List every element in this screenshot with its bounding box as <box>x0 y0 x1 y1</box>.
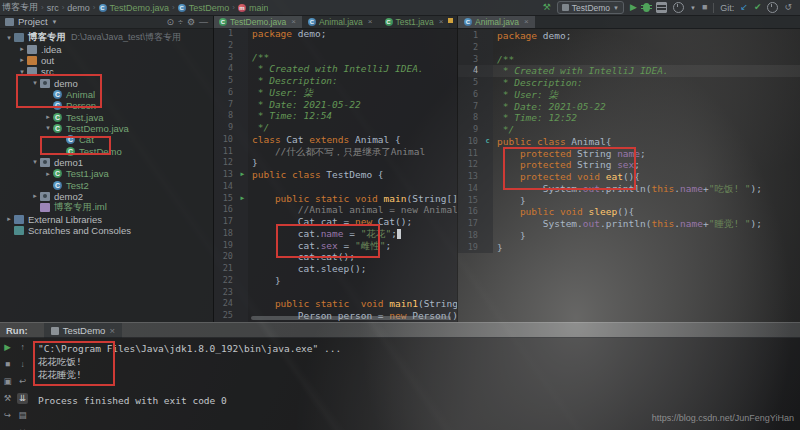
print-button[interactable]: ▤ <box>17 410 28 421</box>
project-chevron-down-icon[interactable]: ▼ <box>52 19 58 25</box>
build-hammer-icon[interactable]: ⚒ <box>543 2 551 13</box>
code-line-8[interactable]: 8 * Time: 12:52 <box>458 112 800 124</box>
revert-button[interactable]: ↺ <box>784 2 792 13</box>
code-line-20[interactable]: 20 cat.eat(); <box>213 251 457 263</box>
code-line-2[interactable]: 2 <box>458 42 800 54</box>
git-commit-button[interactable]: ✔ <box>754 2 762 13</box>
tree-item-demo1[interactable]: ▾demo1 <box>0 157 213 168</box>
code-line-17[interactable]: 17 System.out.println(this.name+"睡觉! "); <box>458 218 800 230</box>
code-line-10[interactable]: 10cpublic class Animal{ <box>458 136 800 148</box>
run-config-select[interactable]: TestDemo ▼ <box>557 1 624 14</box>
soft-wrap-button[interactable]: ↩ <box>17 376 28 387</box>
code-line-9[interactable]: 9 */ <box>458 124 800 136</box>
up-button[interactable]: ↑ <box>17 342 28 353</box>
class-gutter-icon[interactable]: c <box>482 136 493 148</box>
code-line-16[interactable]: 16 public void sleep(){ <box>458 206 800 218</box>
expander-down-icon[interactable]: ▾ <box>17 68 27 76</box>
settings-gear-icon[interactable]: ⚙ <box>187 17 195 27</box>
code-line-24[interactable]: 24 public static void main1(String[] arg… <box>213 298 457 310</box>
locate-icon[interactable]: ⊙ <box>166 17 174 27</box>
coverage-button[interactable] <box>656 2 667 13</box>
horizontal-scrollbar[interactable] <box>251 316 451 320</box>
breadcrumb-item-博客专用[interactable]: 博客专用 <box>2 1 38 14</box>
scroll-end-button[interactable]: ⇊ <box>17 393 28 404</box>
run-tab[interactable]: TestDemo × <box>44 323 122 338</box>
tree-item-test-java[interactable]: ▸CTest.java <box>0 111 213 122</box>
tree-item-testdemo-java[interactable]: ▾CTestDemo.java <box>0 123 213 134</box>
profiler-chevron-icon[interactable]: ▼ <box>690 5 696 11</box>
tab-animal-java[interactable]: CAnimal.java× <box>458 15 535 28</box>
tree-item-cat[interactable]: CCat <box>0 134 213 145</box>
editor-left-code[interactable]: 1package demo;23/**4 * Created with Inte… <box>213 28 457 322</box>
debug-button[interactable] <box>643 3 650 12</box>
code-line-12[interactable]: 12} <box>213 157 457 169</box>
code-line-7[interactable]: 7 * Date: 2021-05-22 <box>213 99 457 111</box>
tree-item-src[interactable]: ▾src <box>0 66 213 77</box>
code-line-13[interactable]: 13▶public class TestDemo { <box>213 169 457 181</box>
breadcrumb-item-testdemo-java[interactable]: CTestDemo.java <box>99 3 170 13</box>
tree-item-out[interactable]: ▸out <box>0 55 213 66</box>
code-line-14[interactable]: 14 System.out.println(this.name+"吃饭! "); <box>458 183 800 195</box>
code-line-17[interactable]: 17 Cat cat = new Cat(); <box>213 216 457 228</box>
code-line-1[interactable]: 1package demo; <box>458 30 800 42</box>
run-gutter-icon[interactable]: ▶ <box>237 193 248 205</box>
tree-item-test2[interactable]: CTest2 <box>0 179 213 190</box>
code-line-8[interactable]: 8 * Time: 12:54 <box>213 110 457 122</box>
code-line-3[interactable]: 3/** <box>458 54 800 66</box>
collapse-all-icon[interactable]: ÷ <box>178 17 183 27</box>
hide-panel-icon[interactable]: — <box>199 17 208 27</box>
expander-right-icon[interactable]: ▸ <box>17 56 27 64</box>
tree-item-external-libraries[interactable]: ▸External Libraries <box>0 214 213 225</box>
build-button[interactable]: ⚒ <box>2 393 13 404</box>
tree-item-demo[interactable]: ▾demo <box>0 77 213 88</box>
close-icon[interactable]: × <box>291 17 296 26</box>
code-line-9[interactable]: 9 */ <box>213 122 457 134</box>
run-button[interactable]: ▶ <box>630 2 637 13</box>
tree-item-博客专用[interactable]: ▾博客专用D:\Java\Java_test\博客专用 <box>0 32 213 43</box>
expander-right-icon[interactable]: ▸ <box>43 170 53 178</box>
git-update-button[interactable]: ↙ <box>740 2 748 13</box>
close-icon[interactable]: × <box>439 17 444 26</box>
code-line-19[interactable]: 19 cat.sex = "雌性"; <box>213 240 457 252</box>
breadcrumb-item-demo[interactable]: demo <box>67 3 90 13</box>
code-line-18[interactable]: 18 } <box>458 230 800 242</box>
code-line-2[interactable]: 2 <box>213 40 457 52</box>
code-line-5[interactable]: 5 * Description: <box>213 75 457 87</box>
code-line-7[interactable]: 7 * Date: 2021-05-22 <box>458 101 800 113</box>
code-line-6[interactable]: 6 * User: 柒 <box>213 87 457 99</box>
expander-right-icon[interactable]: ▸ <box>17 45 27 53</box>
code-line-11[interactable]: 11 protected String name; <box>458 148 800 160</box>
expander-down-icon[interactable]: ▾ <box>30 158 40 166</box>
code-line-19[interactable]: 19} <box>458 242 800 254</box>
tree-item-test1-java[interactable]: ▸CTest1.java <box>0 168 213 179</box>
breadcrumb-item-testdemo[interactable]: CTestDemo <box>178 3 230 13</box>
code-line-16[interactable]: 16 //Animal animal = new Animal(); <box>213 204 457 216</box>
down-button[interactable]: ↓ <box>17 359 28 370</box>
code-line-14[interactable]: 14 <box>213 181 457 193</box>
expander-down-icon[interactable]: ▾ <box>43 124 53 132</box>
code-line-1[interactable]: 1package demo; <box>213 28 457 40</box>
code-line-21[interactable]: 21 cat.sleep(); <box>213 263 457 275</box>
code-line-23[interactable]: 23 <box>213 287 457 299</box>
code-line-6[interactable]: 6 * User: 柒 <box>458 89 800 101</box>
stop-button[interactable]: ■ <box>702 2 707 13</box>
code-line-4[interactable]: 4 * Created with IntelliJ IDEA. <box>213 63 457 75</box>
rerun-button[interactable]: ▶ <box>2 342 13 353</box>
code-line-15[interactable]: 15 } <box>458 195 800 207</box>
tab-animal-java[interactable]: CAnimal.java× <box>302 15 379 28</box>
tab-testdemo-java[interactable]: CTestDemo.java× <box>213 15 302 28</box>
code-line-15[interactable]: 15▶ public static void main(String[] arg… <box>213 193 457 205</box>
code-line-11[interactable]: 11 //什么都不写，只是继承了Animal <box>213 146 457 158</box>
tree-item-testdemo[interactable]: CTestDemo <box>0 145 213 156</box>
code-line-5[interactable]: 5 * Description: <box>458 77 800 89</box>
project-panel-title[interactable]: Project <box>18 16 48 27</box>
close-icon[interactable]: × <box>109 325 115 336</box>
editor-right-code[interactable]: 1package demo;23/**4 * Created with Inte… <box>458 28 800 322</box>
dump-button[interactable]: ▣ <box>2 376 13 387</box>
tab-test1-java[interactable]: CTest1.java× <box>379 15 450 28</box>
breadcrumb-item-main[interactable]: mmain <box>238 3 269 13</box>
history-button[interactable] <box>767 2 778 13</box>
expander-right-icon[interactable]: ▸ <box>30 192 40 200</box>
code-line-13[interactable]: 13 protected void eat(){ <box>458 171 800 183</box>
tree-item-scratches-and-consoles[interactable]: Scratches and Consoles <box>0 225 213 236</box>
